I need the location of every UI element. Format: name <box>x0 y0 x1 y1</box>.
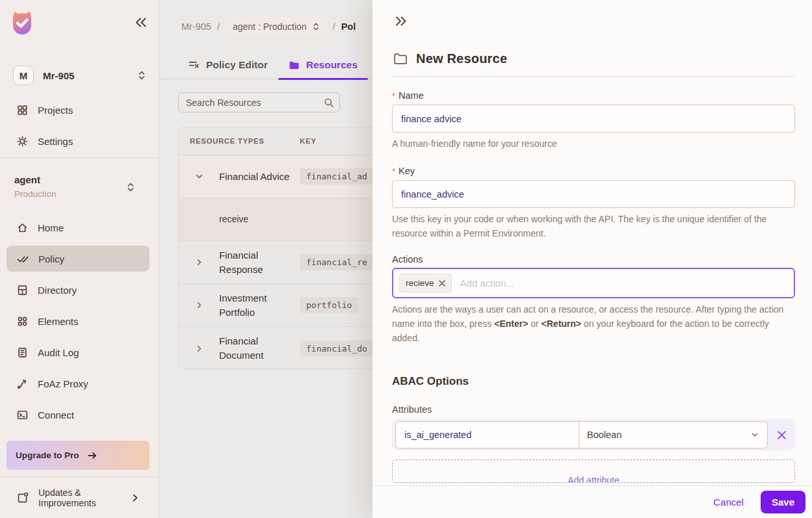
sidebar-item-audit-log[interactable]: Audit Log <box>7 339 150 365</box>
home-icon <box>17 222 28 233</box>
save-button[interactable]: Save <box>761 491 805 513</box>
required-marker: * <box>392 166 395 176</box>
key-input[interactable] <box>392 180 795 208</box>
project-name: agent <box>14 174 144 185</box>
sidebar: M Mr-905 Projects Settings agent Produc <box>0 0 159 518</box>
chevron-down-icon[interactable] <box>179 172 219 181</box>
log-document-icon <box>17 347 28 358</box>
search-resources <box>178 92 340 112</box>
remove-attribute-button[interactable] <box>768 421 795 448</box>
org-switcher[interactable]: M Mr-905 <box>13 65 146 86</box>
attributes-label: Attributes <box>392 404 432 415</box>
route-icon <box>17 378 28 389</box>
policy-editor-icon <box>189 60 200 70</box>
sidebar-divider <box>0 157 159 158</box>
resource-key-badge: financial_ad <box>300 168 374 185</box>
drawer-title: New Resource <box>416 51 507 66</box>
breadcrumb: Mr-905 / agent : Production / Pol <box>181 17 356 36</box>
column-header-key: KEY <box>300 137 316 145</box>
sidebar-divider <box>0 476 159 477</box>
tab-label: Policy Editor <box>206 59 268 71</box>
add-attribute-button[interactable]: Add attribute <box>392 460 795 483</box>
sidebar-item-elements[interactable]: Elements <box>7 308 150 334</box>
sidebar-item-policy[interactable]: Policy <box>7 246 150 272</box>
updates-label: Updates & Improvements <box>38 487 122 508</box>
arrow-right-icon <box>87 451 97 460</box>
sidebar-item-directory[interactable]: Directory <box>7 277 150 303</box>
sidebar-item-home[interactable]: Home <box>7 214 150 240</box>
folder-outline-icon <box>393 53 408 65</box>
tab-label: Resources <box>306 59 358 71</box>
folder-icon <box>289 60 300 70</box>
new-resource-drawer: New Resource *Name A human-friendly name… <box>373 0 812 518</box>
tabs: Policy Editor Resources <box>178 51 368 79</box>
breadcrumb-org[interactable]: Mr-905 <box>181 21 211 32</box>
circles-grid-icon <box>17 316 28 327</box>
sidebar-item-settings[interactable]: Settings <box>7 128 150 154</box>
sidebar-item-label: Home <box>38 222 64 233</box>
sidebar-item-label: Settings <box>38 136 73 147</box>
sidebar-item-label: Elements <box>38 316 79 327</box>
attribute-row: Boolean <box>392 419 795 450</box>
breadcrumb-page: Pol <box>341 21 356 32</box>
resource-name: Financial Advice <box>219 170 300 184</box>
sidebar-item-connect[interactable]: Connect <box>7 402 150 428</box>
sidebar-item-updates[interactable]: Updates & Improvements <box>7 482 150 513</box>
drawer-header-divider <box>392 76 795 77</box>
attribute-name-input[interactable] <box>395 421 579 448</box>
double-check-icon <box>17 254 29 264</box>
resource-key-badge: financial_do <box>300 341 374 357</box>
resource-name: Financial Document <box>219 334 300 363</box>
sidebar-collapse-button[interactable] <box>135 17 147 28</box>
chevron-down-icon <box>750 430 759 439</box>
directory-icon <box>17 285 28 296</box>
app-logo-icon <box>9 10 35 36</box>
action-name: receive <box>219 213 300 226</box>
chevron-right-icon[interactable] <box>179 344 219 354</box>
upgrade-to-pro-button[interactable]: Upgrade to Pro <box>7 441 150 470</box>
sidebar-item-projects[interactable]: Projects <box>7 97 150 123</box>
tab-policy-editor[interactable]: Policy Editor <box>178 51 278 79</box>
remove-tag-icon[interactable] <box>439 280 445 287</box>
actions-helper-text: Actions are the ways a user can act on a… <box>392 302 792 345</box>
search-input[interactable] <box>178 92 340 112</box>
chevrons-left-icon <box>135 17 147 28</box>
attribute-type-value: Boolean <box>587 430 622 440</box>
chevron-updown-icon <box>126 182 135 192</box>
drawer-collapse-button[interactable] <box>395 16 408 27</box>
environment-switcher[interactable]: agent Production <box>14 174 144 199</box>
abac-options-heading: ABAC Options <box>392 375 469 388</box>
attribute-type-select[interactable]: Boolean <box>579 421 768 448</box>
grid-icon <box>17 105 28 116</box>
chevron-right-icon[interactable] <box>179 300 219 310</box>
resource-name: Financial Response <box>219 248 300 277</box>
resource-key-badge: portfolio <box>300 297 358 313</box>
breadcrumb-separator: / <box>217 21 220 32</box>
breadcrumb-env-selector[interactable]: agent : Production <box>226 17 327 36</box>
close-icon <box>777 430 787 440</box>
key-helper-text: Use this key in your code or when workin… <box>392 212 795 240</box>
environment-name: Production <box>14 189 144 199</box>
chevron-updown-icon <box>137 70 146 81</box>
chevron-right-icon[interactable] <box>179 257 219 267</box>
drawer-header: New Resource <box>393 51 507 66</box>
chevrons-right-icon <box>395 16 408 27</box>
name-field-label: *Name <box>392 90 424 101</box>
sidebar-item-label: Projects <box>38 105 73 116</box>
sidebar-item-label: Audit Log <box>38 347 79 358</box>
upgrade-label: Upgrade to Pro <box>16 450 79 460</box>
key-field-label: *Key <box>392 166 415 176</box>
sidebar-item-label: Directory <box>38 285 77 296</box>
sidebar-item-foaz-proxy[interactable]: FoAz Proxy <box>7 370 150 396</box>
search-icon <box>324 97 334 108</box>
column-header-resource-types: RESOURCE TYPES <box>179 137 300 145</box>
actions-tag-input[interactable]: recieve <box>392 268 795 298</box>
add-action-input[interactable] <box>460 278 788 289</box>
action-tag-label: recieve <box>406 278 434 288</box>
sidebar-item-label: Policy <box>38 253 64 265</box>
name-input[interactable] <box>392 105 795 133</box>
breadcrumb-separator: / <box>333 21 335 32</box>
cancel-button[interactable]: Cancel <box>713 497 744 508</box>
actions-field-label: Actions <box>392 254 423 265</box>
tab-resources[interactable]: Resources <box>278 51 368 79</box>
